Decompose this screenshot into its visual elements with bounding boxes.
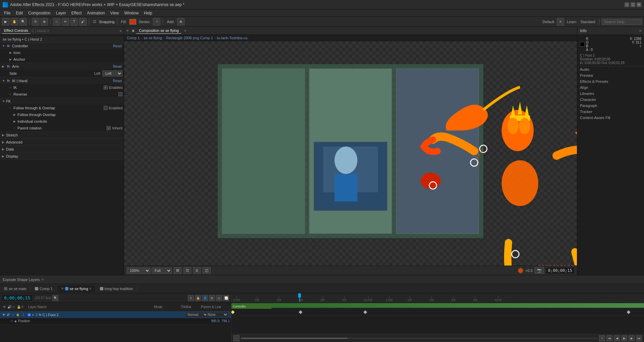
fk-header[interactable]: ▼ FK: [0, 98, 124, 105]
layer-row-1[interactable]: 👁 🔊 ○ 🔒 1 ★ ☰ fx C | Foot 2 Normal: [0, 311, 231, 318]
tab-se-se-main[interactable]: se se main: [0, 285, 31, 292]
grid-btn[interactable]: ⊞: [174, 267, 181, 274]
keyframe-start[interactable]: [231, 310, 235, 314]
reverse-checkbox[interactable]: [118, 92, 122, 96]
breadcrumb-toshiba[interactable]: tu-lanh-Toshiba-cu-: [217, 36, 249, 40]
close-button[interactable]: ✕: [637, 2, 641, 7]
stroke-color[interactable]: ?: [153, 18, 160, 25]
lock-btn[interactable]: 🔒: [195, 295, 201, 301]
step-back-btn[interactable]: ◀: [614, 335, 620, 341]
parent-select-1[interactable]: None: [206, 312, 228, 317]
data-header[interactable]: ▶ Data: [0, 146, 124, 153]
add-btn[interactable]: ⊕: [177, 18, 184, 25]
zoom-select[interactable]: 100% 50% 200%: [127, 268, 150, 274]
side-dropdown[interactable]: Left Right: [102, 70, 122, 76]
preview-section[interactable]: Preview: [577, 72, 644, 78]
workspace-options[interactable]: ≡: [557, 18, 564, 25]
frame-blend-btn[interactable]: ⊞: [209, 295, 215, 301]
icon-toggle[interactable]: ▶: [9, 51, 13, 54]
keyframe-mid[interactable]: [299, 310, 302, 314]
stretch-toggle[interactable]: ▶: [2, 133, 5, 137]
timeline-timecode[interactable]: 0;00;00;15: [2, 295, 32, 301]
breadcrumb-rect[interactable]: Rectangle 2006 png Comp 1: [166, 36, 213, 40]
tracker-section[interactable]: Tracker: [577, 109, 644, 115]
search-input[interactable]: [602, 19, 642, 25]
solo-btn-1[interactable]: ○: [11, 312, 15, 317]
controller-header[interactable]: ▼ fx Controller Reset: [0, 43, 124, 49]
follow-through-enabled-checkbox[interactable]: [104, 106, 108, 110]
menu-view[interactable]: View: [108, 10, 122, 16]
menu-composition[interactable]: Composition: [25, 10, 53, 16]
ft-overlap-toggle[interactable]: ○: [9, 106, 13, 110]
explode-menu[interactable]: ≡: [42, 278, 44, 281]
breadcrumb-comp1[interactable]: Comp 1: [127, 36, 140, 40]
menu-layer[interactable]: Layer: [53, 10, 69, 16]
controller-toggle[interactable]: ▼: [2, 44, 5, 48]
advanced-toggle[interactable]: ▶: [2, 140, 5, 144]
snapping-checkbox[interactable]: ☑: [92, 19, 98, 24]
effects-presets-section[interactable]: Effects & Presets: [577, 78, 644, 84]
ik-enabled-checkbox[interactable]: [104, 86, 108, 90]
display-toggle[interactable]: ▶: [2, 155, 5, 158]
menu-animation[interactable]: Animation: [84, 10, 107, 16]
position-value[interactable]: 995.9, 798.1: [211, 319, 230, 323]
go-start-btn[interactable]: ⏮: [606, 335, 612, 341]
pen-tool[interactable]: ✏: [62, 18, 69, 25]
menu-effect[interactable]: Effect: [69, 10, 84, 16]
playhead[interactable]: [299, 293, 300, 302]
shy-btn[interactable]: 👤: [202, 295, 208, 301]
keyframe-end-mark[interactable]: [363, 310, 367, 314]
comp-panel-btn[interactable]: ⏹: [131, 29, 135, 33]
menu-window[interactable]: Window: [121, 10, 141, 16]
ik-hand-toggle[interactable]: ▼: [2, 79, 5, 82]
tab-tong-hop[interactable]: tong hop tradition: [96, 285, 138, 292]
vis-btn-1[interactable]: 👁: [1, 312, 6, 317]
content-aware-fill-section[interactable]: Content-Aware Fill: [577, 115, 644, 121]
play-btn[interactable]: ▶: [621, 335, 627, 341]
mask-btn[interactable]: ⊡: [183, 267, 191, 274]
libraries-section[interactable]: Libraries: [577, 91, 644, 97]
window-controls[interactable]: ─ □ ✕: [625, 2, 641, 7]
tab-comp1[interactable]: Comp 1: [31, 285, 57, 292]
tab-menu-flying[interactable]: ≡: [90, 287, 92, 290]
arm-toggle[interactable]: ▶: [2, 65, 5, 68]
search-timeline-btn[interactable]: 🔍: [52, 295, 58, 301]
fill-color[interactable]: [129, 19, 136, 24]
anchor-toggle[interactable]: ▶: [9, 58, 13, 61]
rotation-tool[interactable]: ↻: [32, 18, 39, 25]
indiv-toggle[interactable]: ▶: [13, 120, 17, 123]
camera-btn[interactable]: 📷: [535, 267, 544, 274]
data-toggle[interactable]: ▶: [2, 148, 5, 151]
menu-file[interactable]: File: [1, 10, 13, 16]
parent-rotation-checkbox[interactable]: [107, 126, 111, 130]
panel-menu[interactable]: ≡: [120, 29, 122, 33]
zoom-out-timeline[interactable]: +: [599, 335, 605, 341]
comp-close-btn[interactable]: ✕: [126, 29, 129, 33]
graph-btn[interactable]: 📈: [223, 295, 229, 301]
go-end-btn[interactable]: ⏭: [636, 335, 642, 341]
advanced-header[interactable]: ▶ Advanced: [0, 139, 124, 146]
display-header[interactable]: ▶ Display: [0, 153, 124, 160]
quality-select[interactable]: Full Half Quarter: [152, 268, 172, 274]
arm-reset[interactable]: Reset: [113, 65, 122, 68]
mode-select-1[interactable]: Normal: [186, 312, 208, 317]
rect-tool[interactable]: □: [53, 18, 60, 25]
stretch-header[interactable]: ▶ Stretch: [0, 132, 124, 138]
tab-close-flying[interactable]: ✕: [61, 287, 64, 290]
zoom-tool[interactable]: 🔍: [19, 18, 27, 25]
follow-toggle-2[interactable]: ▶: [13, 113, 17, 116]
arm-header[interactable]: ▶ fx Arm Reset: [0, 63, 124, 70]
comp-menu[interactable]: ≡: [184, 29, 186, 33]
align-section[interactable]: Align: [577, 84, 644, 91]
breadcrumb-seseflying[interactable]: se se flying: [144, 36, 162, 40]
comp-tab-main[interactable]: Composition se se flying: [136, 28, 181, 34]
character-section[interactable]: Character: [577, 97, 644, 103]
info-menu[interactable]: ≡: [639, 29, 641, 33]
solo-btn[interactable]: S: [188, 295, 194, 301]
audio-section[interactable]: Audio: [577, 66, 644, 72]
3d-btn[interactable]: ⧖: [193, 267, 201, 274]
controller-reset[interactable]: Reset: [113, 44, 122, 48]
anchor-tool[interactable]: ⊕: [41, 18, 48, 25]
tab-effect-controls[interactable]: Effect Controls: [2, 28, 30, 34]
color-btn[interactable]: [518, 268, 523, 273]
